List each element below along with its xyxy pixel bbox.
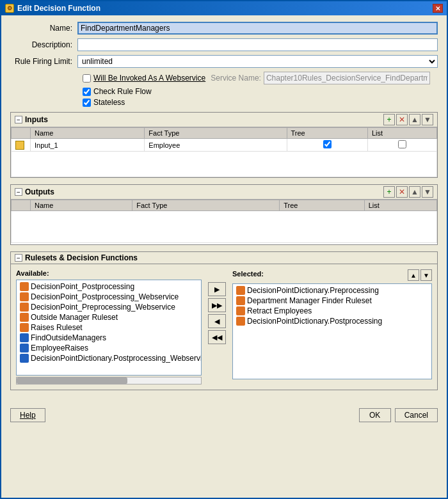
inputs-table: Name Fact Type Tree List Input_1 Employe… [11,127,437,177]
webservice-label: Will Be Invoked As A Webservice [93,74,205,83]
item-icon-blue [20,354,29,363]
name-input[interactable] [77,22,438,35]
outputs-empty-row [12,211,437,243]
inputs-expand-button[interactable]: − [15,116,22,123]
item-icon-orange [20,303,29,312]
webservice-checkbox[interactable] [83,74,91,83]
selected-updown-buttons: ▲ ▼ [408,269,432,281]
outputs-col-tree: Tree [280,200,364,211]
rulesets-body: Available: DecisionPoint_Postprocessing … [11,264,437,390]
rule-firing-limit-select[interactable]: unlimited 1 2 5 10 [77,55,438,68]
inputs-col-tree: Tree [287,128,367,139]
list-item[interactable]: Retract Employees [234,306,430,316]
inputs-up-button[interactable]: ▲ [409,114,420,125]
selected-item-label: Retract Employees [247,306,312,315]
item-icon-orange [20,313,29,322]
list-item[interactable]: Outside Manager Ruleset [18,312,200,322]
selected-down-button[interactable]: ▼ [420,269,432,281]
list-item[interactable]: Raises Ruleset [18,322,200,333]
item-icon-orange [20,292,29,301]
check-rule-flow-checkbox[interactable] [83,88,91,96]
webservice-row: Will Be Invoked As A Webservice Service … [83,72,438,84]
list-item[interactable]: DecisionPointDictionary.Postprocessing_W… [18,353,200,363]
list-item[interactable]: DecisionPoint_Postprocessing [18,281,200,292]
selected-section: Selected: ▲ ▼ DecisionPointDictionary.Pr… [232,269,432,379]
selected-header: Selected: ▲ ▼ [232,269,432,281]
transfer-buttons: ▶ ▶▶ ◀ ◀◀ [208,269,226,344]
description-row: Description: [10,38,438,51]
selected-item-label: DecisionPointDictionary.Preprocessing [247,286,379,295]
description-input[interactable] [77,38,438,51]
available-scrollbar[interactable] [16,377,202,384]
available-section: Available: DecisionPoint_Postprocessing … [16,269,202,384]
rule-firing-limit-label: Rule Firing Limit: [10,57,77,66]
available-item-label: DecisionPoint_Preprocessing_Webservice [31,303,175,312]
stateless-checkbox[interactable] [83,99,91,107]
inputs-remove-button[interactable]: ✕ [396,114,408,125]
outputs-up-button[interactable]: ▲ [409,186,420,198]
outputs-table-container: Name Fact Type Tree List [11,200,437,244]
check-rule-flow-label: Check Rule Flow [93,87,152,96]
name-row: Name: [10,22,438,35]
item-icon-blue [20,333,29,342]
available-list[interactable]: DecisionPoint_Postprocessing DecisionPoi… [16,280,202,376]
selected-item-label: Department Manager Finder Ruleset [247,296,372,305]
inputs-col-name: Name [31,128,145,139]
outputs-add-button[interactable]: + [383,186,395,198]
inputs-down-button[interactable]: ▼ [422,114,433,125]
item-icon-orange [20,323,29,332]
available-item-label: EmployeeRaises [31,344,88,352]
name-label: Name: [10,24,77,33]
selected-label: Selected: [232,270,264,278]
inputs-add-button[interactable]: + [383,114,395,125]
list-item[interactable]: Department Manager Finder Ruleset [234,296,430,306]
move-right-button[interactable]: ▶ [208,282,226,296]
outputs-remove-button[interactable]: ✕ [396,186,408,198]
cancel-button[interactable]: Cancel [395,408,438,422]
edit-decision-function-window: ⚙ Edit Decision Function ✕ Name: Descrip… [0,0,448,499]
list-item[interactable]: EmployeeRaises [18,343,200,353]
input-row-list-checkbox[interactable] [398,140,406,148]
ok-button[interactable]: OK [359,408,391,422]
outputs-down-button[interactable]: ▼ [422,186,433,198]
rulesets-header: − Rulesets & Decision Functions [11,252,437,264]
item-icon-orange [236,286,245,295]
outputs-toolbar: + ✕ ▲ ▼ [383,186,433,198]
title-bar-left: ⚙ Edit Decision Function [5,4,100,13]
available-label: Available: [16,269,202,277]
rulesets-section-title: Rulesets & Decision Functions [25,253,433,262]
close-button[interactable]: ✕ [433,4,443,13]
available-item-label: Outside Manager Ruleset [31,313,118,322]
help-button[interactable]: Help [10,408,45,422]
outputs-expand-button[interactable]: − [15,188,22,196]
list-item[interactable]: DecisionPoint_Postprocessing_Webservice [18,292,200,302]
move-all-right-button[interactable]: ▶▶ [208,298,226,312]
move-all-left-button[interactable]: ◀◀ [208,330,226,344]
outputs-col-list: List [364,200,436,211]
stateless-row: Stateless [83,98,438,107]
input-row-tree-checkbox[interactable] [323,140,332,148]
input-row-facttype: Employee [145,139,287,152]
move-left-button[interactable]: ◀ [208,314,226,328]
outputs-section-title: Outputs [25,187,381,196]
list-item[interactable]: FindOutsideManagers [18,333,200,343]
available-item-label: DecisionPoint_Postprocessing [31,282,134,291]
list-item[interactable]: DecisionPoint_Preprocessing_Webservice [18,302,200,312]
selected-list[interactable]: DecisionPointDictionary.Preprocessing De… [232,283,432,379]
row-icon [15,141,24,150]
outputs-section-header: − Outputs + ✕ ▲ ▼ [11,185,437,200]
selected-up-button[interactable]: ▲ [408,269,419,281]
rulesets-expand-button[interactable]: − [15,254,22,262]
inputs-col-facttype: Fact Type [145,128,287,139]
available-item-label: FindOutsideManagers [31,333,106,342]
list-item[interactable]: DecisionPointDictionary.Preprocessing [234,285,430,296]
selected-item-label: DecisionPointDictionary.Postprocessing [247,317,382,326]
window-title: Edit Decision Function [17,4,100,13]
outputs-section: − Outputs + ✕ ▲ ▼ Name Fact Type [10,184,438,245]
available-item-label: DecisionPointDictionary.Postprocessing_W… [31,354,202,363]
outputs-col-facttype: Fact Type [132,200,280,211]
item-icon-blue [20,344,29,352]
list-item[interactable]: DecisionPointDictionary.Postprocessing [234,316,430,326]
table-row: Input_1 Employee [12,139,437,152]
window-icon: ⚙ [5,4,14,13]
